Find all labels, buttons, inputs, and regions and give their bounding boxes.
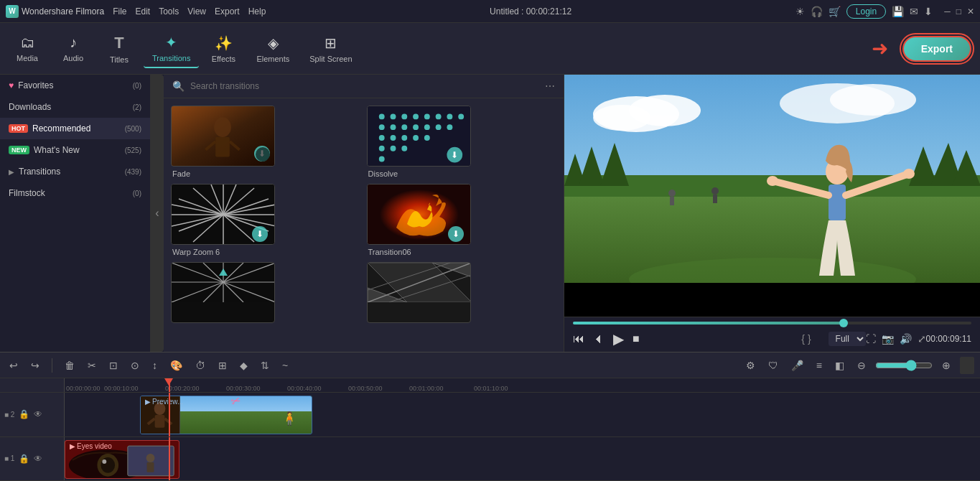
mic-icon[interactable]: 🎤	[788, 358, 807, 373]
sidebar-item-favorites[interactable]: ♥ Favorites (0)	[0, 75, 150, 96]
transform-button[interactable]: ↕	[149, 358, 161, 373]
frame-back-button[interactable]: ⏴	[593, 332, 605, 345]
fullscreen-icon[interactable]: ⛶	[866, 333, 876, 345]
quality-select[interactable]: Full 1/2 1/4	[829, 332, 866, 346]
text-icon[interactable]: ≡	[813, 358, 826, 373]
svg-rect-94	[829, 185, 846, 220]
heart-icon: ♥	[9, 80, 14, 90]
sun-icon[interactable]: ☀	[795, 6, 805, 17]
transition-dissolve[interactable]: ⬇ Dissolve	[367, 106, 557, 178]
speed-button[interactable]: ⊙	[127, 358, 143, 373]
recommended-count: (500)	[125, 125, 141, 133]
track-visibility-icon[interactable]: 👁	[34, 409, 42, 419]
track-v2: ■ 2 🔒 👁 ✂	[0, 393, 980, 437]
sidebar-item-whatsnew[interactable]: NEW What's New (525)	[0, 139, 150, 161]
undo-button[interactable]: ↩	[6, 358, 22, 373]
menu-export[interactable]: Export	[215, 6, 240, 17]
menu-view[interactable]: View	[187, 6, 206, 17]
fade-thumbnail: ⬇	[171, 106, 275, 167]
freeze-button[interactable]: ⏱	[192, 358, 209, 373]
menu-help[interactable]: Help	[248, 6, 266, 17]
delete-button[interactable]: 🗑	[61, 358, 78, 373]
headphone-icon[interactable]: 🎧	[811, 6, 823, 17]
transition-bottom2[interactable]	[367, 262, 557, 323]
timecode-display: 00:00:09:11	[926, 334, 971, 344]
track-lock-icon[interactable]: 🔒	[19, 409, 29, 419]
playback-controls: ⏮ ⏴ ▶ ■	[573, 330, 640, 347]
sidebar-item-downloads[interactable]: Downloads (2)	[0, 96, 150, 118]
chevron-right-icon: ▶	[9, 168, 14, 176]
login-button[interactable]: Login	[846, 4, 886, 19]
toolbar-effects[interactable]: ✨ Effects	[202, 30, 245, 67]
grid-view-icon[interactable]: ⋯	[545, 80, 555, 92]
progress-bar[interactable]	[573, 322, 971, 324]
cart-icon[interactable]: 🛒	[829, 6, 841, 17]
clip-v1-play-icon: ▶	[70, 442, 75, 450]
zoom-plus-icon[interactable]: ⊕	[938, 358, 954, 373]
redo-button[interactable]: ↪	[27, 358, 43, 373]
transition-fade[interactable]: ⬇ Fade	[171, 106, 361, 178]
svg-point-24	[413, 135, 419, 141]
mail-icon[interactable]: ✉	[910, 6, 918, 17]
download-icon[interactable]: ⬇	[924, 6, 933, 17]
menu-bar: File Edit Tools View Export Help	[113, 6, 266, 17]
menu-file[interactable]: File	[113, 6, 126, 17]
track-v2-playhead	[169, 393, 170, 436]
toolbar-transitions[interactable]: ✦ Transitions	[144, 29, 199, 68]
zoom-slider[interactable]	[875, 360, 933, 371]
maximize-button[interactable]: □	[956, 6, 961, 17]
toolbar-titles[interactable]: T Titles	[98, 29, 141, 68]
clip-v1[interactable]: ▶ Eyes video	[65, 440, 179, 479]
cut-button[interactable]: ✂	[84, 358, 100, 373]
svg-point-14	[378, 124, 384, 130]
shield-icon[interactable]: 🛡	[765, 358, 782, 373]
svg-text:⬇: ⬇	[451, 150, 458, 160]
svg-rect-102	[713, 195, 717, 203]
toolbar-media[interactable]: 🗂 Media	[6, 30, 49, 67]
zoom-minus-icon[interactable]: ⊖	[854, 358, 869, 373]
color-button[interactable]: 🎨	[167, 358, 186, 373]
svg-point-7	[390, 113, 396, 119]
svg-point-23	[401, 135, 407, 141]
expand-icon[interactable]: ⤢	[918, 333, 926, 345]
svg-point-21	[378, 135, 384, 141]
crop-button[interactable]: ⊡	[106, 358, 121, 373]
menu-tools[interactable]: Tools	[159, 6, 179, 17]
sidebar-item-transitions[interactable]: ▶ Transitions (439)	[0, 161, 150, 182]
fade-download-icon: ⬇	[254, 146, 270, 162]
transition-warpzoom[interactable]: ⬇ Warp Zoom 6	[171, 184, 361, 256]
clip-v2[interactable]: 🧍 ▶ Preview...	[140, 396, 312, 434]
window-controls: ─ □ ✕	[944, 6, 974, 17]
split-button[interactable]: ⇅	[257, 358, 273, 373]
transition-bottom1[interactable]	[171, 262, 361, 323]
export-button[interactable]: Export	[902, 36, 971, 62]
fitscreen-button[interactable]: ⊞	[215, 358, 230, 373]
minimize-button[interactable]: ─	[944, 6, 951, 17]
marker-button[interactable]: ◆	[236, 358, 251, 373]
screenshot-icon[interactable]: 📷	[882, 333, 894, 345]
track-v1-visibility-icon[interactable]: 👁	[34, 454, 42, 464]
save-icon[interactable]: 💾	[892, 6, 904, 17]
svg-point-6	[378, 113, 384, 119]
transition-trans06[interactable]: ⬇ Transition06	[367, 184, 557, 256]
track-v1-lock-icon[interactable]: 🔒	[19, 454, 29, 464]
sidebar-item-filmstock[interactable]: Filmstock (0)	[0, 182, 150, 204]
audio-btn[interactable]: ~	[279, 358, 291, 373]
clip-v1-label: ▶ Eyes video	[70, 442, 112, 450]
stop-button[interactable]: ■	[633, 332, 640, 345]
toolbar-elements[interactable]: ◈ Elements	[248, 30, 298, 67]
step-back-button[interactable]: ⏮	[573, 332, 584, 345]
sidebar: ♥ Favorites (0) Downloads (2) HOT Recomm…	[0, 75, 151, 352]
menu-edit[interactable]: Edit	[136, 6, 151, 17]
sidebar-collapse-button[interactable]: ‹	[151, 75, 164, 352]
toolbar-audio[interactable]: ♪ Audio	[52, 30, 95, 67]
play-button[interactable]: ▶	[613, 330, 624, 347]
sidebar-item-recommended[interactable]: HOT Recommended (500)	[0, 118, 150, 139]
search-input[interactable]	[190, 81, 539, 91]
close-button[interactable]: ✕	[967, 6, 974, 17]
toolbar-splitscreen[interactable]: ⊞ Split Screen	[301, 30, 360, 67]
keyframe-icon[interactable]: ◧	[831, 358, 848, 373]
settings-icon[interactable]: ⚙	[742, 358, 759, 373]
volume-icon[interactable]: 🔊	[900, 333, 912, 345]
svg-point-97	[767, 176, 778, 186]
